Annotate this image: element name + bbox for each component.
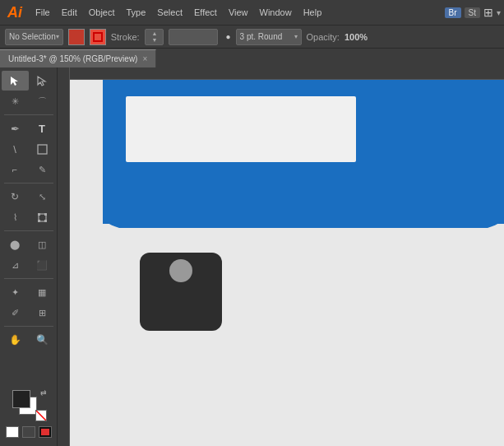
main-layout: ✳ ⌒ ✒ T \ ⌐ ✎ ↻ ⤡ ⌇ <box>0 67 504 446</box>
magic-wand-tool-button[interactable]: ✳ <box>2 91 29 111</box>
tool-row-magic: ✳ ⌒ <box>2 91 56 111</box>
toolbar-divider-1 <box>4 114 53 115</box>
zoom-tool-button[interactable]: 🔍 <box>29 330 56 350</box>
canvas-area <box>58 67 504 446</box>
canvas-viewport <box>70 80 504 446</box>
selection-dropdown[interactable]: No Selection ▾ <box>5 29 63 45</box>
toolbar-divider-5 <box>4 326 53 327</box>
none-color-swatch[interactable] <box>35 410 47 421</box>
color-swatches-area: ⇄ <box>6 388 52 443</box>
toolbar-divider-3 <box>4 230 53 231</box>
graph-tool-button[interactable]: ▦ <box>29 282 56 302</box>
swap-colors-button[interactable]: ⇄ <box>40 388 47 397</box>
tool-row-warp: ⌇ <box>2 207 56 227</box>
tool-row-line: \ <box>2 139 56 159</box>
tab-title: Untitled-3* @ 150% (RGB/Preview) <box>8 54 137 63</box>
hand-tool-button[interactable]: ✋ <box>2 330 29 350</box>
screen-mode-row <box>6 426 52 438</box>
bridge-badge[interactable]: Br <box>445 7 461 18</box>
menu-object[interactable]: Object <box>83 0 121 25</box>
menu-select[interactable]: Select <box>151 0 188 25</box>
stock-badge[interactable]: St <box>465 7 480 18</box>
lasso-tool-button[interactable]: ⌒ <box>29 91 56 111</box>
workspace-switcher-icon[interactable]: ⊞ <box>483 6 493 19</box>
stroke-color-indicator[interactable] <box>90 29 106 45</box>
ai-logo: Ai <box>3 4 26 21</box>
symbol-tool-button[interactable]: ✦ <box>2 282 29 302</box>
paintbrush-tool-button[interactable]: ⌐ <box>2 160 29 179</box>
ruler-left <box>58 67 70 446</box>
rotate-tool-button[interactable]: ↻ <box>2 187 29 207</box>
pencil-tool-button[interactable]: ✎ <box>29 160 56 179</box>
toolbar-divider-2 <box>4 183 53 184</box>
options-bar: No Selection ▾ Stroke: ▲▼ ● 3 pt. Round … <box>0 25 504 48</box>
toolbar-divider-4 <box>4 278 53 279</box>
svg-marker-1 <box>38 77 45 86</box>
tool-row-artboard: ✐ ⊞ <box>2 303 56 323</box>
tool-row-rotate: ↻ ⤡ <box>2 187 56 207</box>
svg-rect-6 <box>38 220 40 222</box>
document-tab[interactable]: Untitled-3* @ 150% (RGB/Preview) × <box>0 49 156 67</box>
menu-bar: Ai File Edit Object Type Select Effect V… <box>0 0 504 25</box>
shape-builder-button[interactable]: ⬤ <box>2 235 29 254</box>
fullscreen-mode-button[interactable] <box>39 426 52 438</box>
weight-dropdown[interactable]: 3 pt. Round ▾ <box>236 29 302 45</box>
stroke-option-dropdown[interactable] <box>169 29 218 45</box>
stroke-label: Stroke: <box>111 32 140 42</box>
floppy-hub <box>169 259 192 282</box>
type-tool-button[interactable]: T <box>29 118 56 138</box>
selection-dropdown-arrow: ▾ <box>56 33 59 40</box>
tab-close-button[interactable]: × <box>142 54 147 63</box>
normal-screen-button[interactable] <box>6 426 19 438</box>
menu-edit[interactable]: Edit <box>56 0 83 25</box>
pt-indicator: ● <box>226 32 231 41</box>
svg-rect-5 <box>44 213 47 216</box>
menu-type[interactable]: Type <box>121 0 152 25</box>
toolbar: ✳ ⌒ ✒ T \ ⌐ ✎ ↻ ⤡ ⌇ <box>0 67 58 446</box>
gradient-tool-button[interactable]: ◫ <box>29 235 56 254</box>
free-transform-button[interactable] <box>29 207 56 227</box>
tool-row-select <box>2 71 56 91</box>
workspace-arrow[interactable]: ▾ <box>497 8 501 17</box>
full-screen-button[interactable] <box>22 426 35 438</box>
menu-effect[interactable]: Effect <box>188 0 223 25</box>
svg-marker-0 <box>11 77 18 86</box>
svg-rect-2 <box>38 145 47 154</box>
svg-rect-4 <box>38 213 40 216</box>
artboard-tool-button[interactable]: ✐ <box>2 303 29 323</box>
blend-tool-button[interactable]: ⬛ <box>29 255 56 275</box>
svg-line-8 <box>36 411 46 420</box>
floppy-window <box>140 253 222 331</box>
slice-tool-button[interactable]: ⊞ <box>29 303 56 323</box>
scale-tool-button[interactable]: ⤡ <box>29 187 56 207</box>
eyedropper-tool-button[interactable]: ⊿ <box>2 255 29 275</box>
foreground-color-swatch[interactable] <box>12 390 30 408</box>
tool-row-gradient: ⬤ ◫ <box>2 235 56 254</box>
stroke-value-box[interactable]: ▲▼ <box>145 29 164 45</box>
line-tool-button[interactable]: \ <box>2 139 29 159</box>
menu-view[interactable]: View <box>223 0 254 25</box>
svg-rect-7 <box>44 220 47 222</box>
selection-tool-button[interactable] <box>2 71 29 91</box>
warp-tool-button[interactable]: ⌇ <box>2 207 29 227</box>
tab-bar: Untitled-3* @ 150% (RGB/Preview) × <box>0 48 504 67</box>
tool-row-pen: ✒ T <box>2 118 56 138</box>
weight-dropdown-arrow: ▾ <box>294 33 298 40</box>
rect-tool-button[interactable] <box>29 139 56 159</box>
ruler-top <box>58 67 504 80</box>
floppy-label-area <box>126 96 356 162</box>
fill-color-box[interactable] <box>68 29 85 45</box>
stroke-spinners[interactable]: ▲▼ <box>152 30 158 44</box>
tool-row-paint: ⌐ ✎ <box>2 160 56 179</box>
menu-help[interactable]: Help <box>298 0 328 25</box>
tool-row-symbol: ✦ ▦ <box>2 282 56 302</box>
opacity-value: 100% <box>344 32 368 42</box>
menu-window[interactable]: Window <box>254 0 298 25</box>
opacity-label: Opacity: <box>307 32 340 42</box>
tool-row-eyedropper: ⊿ ⬛ <box>2 255 56 275</box>
pen-tool-button[interactable]: ✒ <box>2 118 29 138</box>
tool-row-hand: ✋ 🔍 <box>2 330 56 350</box>
menu-file[interactable]: File <box>30 0 56 25</box>
direct-selection-tool-button[interactable] <box>29 71 56 91</box>
